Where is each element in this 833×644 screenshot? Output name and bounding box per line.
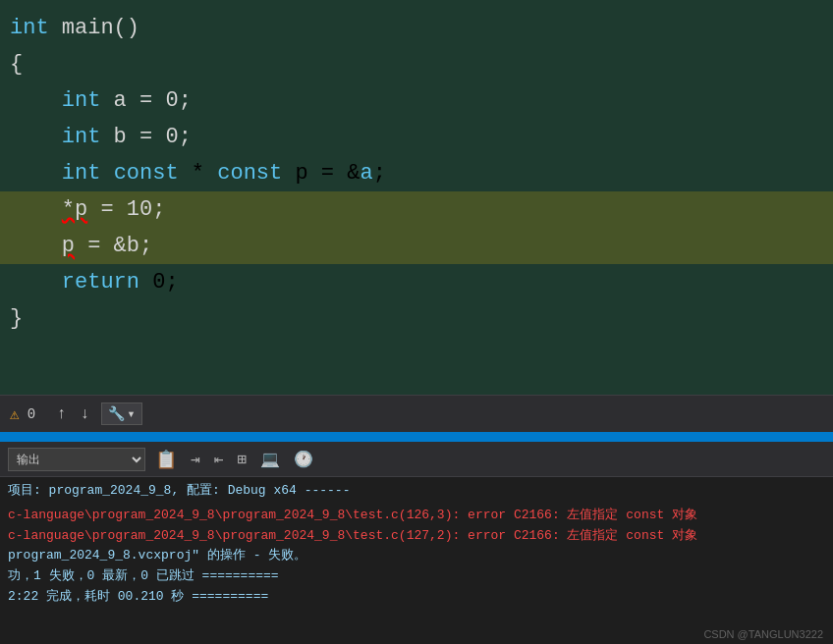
code-line-5: int const * const p = &a; [0, 155, 833, 191]
output-line-3: program_2024_9_8.vcxproj" 的操作 - 失败。 [8, 546, 825, 566]
output-dropdown[interactable]: 输出 [8, 448, 145, 471]
terminal-button[interactable]: 💻 [256, 448, 284, 471]
indent-left-button[interactable]: ⇤ [210, 448, 228, 471]
filter-button[interactable]: 🔧 ▾ [101, 402, 141, 425]
warning-count: 0 [28, 406, 35, 422]
output-toolbar: 输出 📋 ⇥ ⇤ ⊞ 💻 🕐 [0, 442, 833, 477]
output-line-error-1: c-language\program_2024_9_8\program_2024… [8, 506, 825, 526]
code-line-1: int main() [0, 10, 833, 46]
dropdown-chevron: ▾ [127, 405, 135, 422]
watermark: CSDN @TANGLUN3222 [703, 628, 823, 640]
code-line-2: { [0, 46, 833, 82]
next-error-button[interactable]: ↓ [77, 403, 94, 425]
filter-icon: 🔧 [108, 405, 125, 422]
code-editor[interactable]: int main() { int a = 0; int b = 0; int c… [0, 0, 833, 395]
prev-error-button[interactable]: ↑ [53, 403, 71, 425]
warning-icon: ⚠ [10, 404, 20, 424]
wrap-button[interactable]: ⊞ [233, 448, 250, 471]
code-line-8: return 0; [0, 264, 833, 300]
code-line-4: int b = 0; [0, 119, 833, 155]
clock-button[interactable]: 🕐 [290, 448, 317, 471]
output-line-1: 项目: program_2024_9_8, 配置: Debug x64 ----… [8, 481, 825, 502]
code-line-9: } [0, 300, 833, 337]
output-line-4: 功，1 失败，0 最新，0 已跳过 ========== [8, 566, 825, 587]
keyword-int: int [10, 12, 49, 44]
output-line-error-2: c-language\program_2024_9_8\program_2024… [8, 526, 825, 547]
indent-right-button[interactable]: ⇥ [187, 448, 204, 471]
copy-button[interactable]: 📋 [151, 447, 181, 472]
code-line-7: p = &b; [0, 228, 833, 264]
output-panel: 项目: program_2024_9_8, 配置: Debug x64 ----… [0, 477, 833, 644]
status-bar: ⚠ 0 ↑ ↓ 🔧 ▾ [0, 395, 833, 432]
output-line-5: 2:22 完成，耗时 00.210 秒 ========== [8, 587, 825, 608]
blue-separator [0, 432, 833, 442]
code-line-6: *p = 10; [0, 191, 833, 228]
code-line-3: int a = 0; [0, 82, 833, 119]
navigation-arrows: ↑ ↓ [53, 403, 93, 425]
